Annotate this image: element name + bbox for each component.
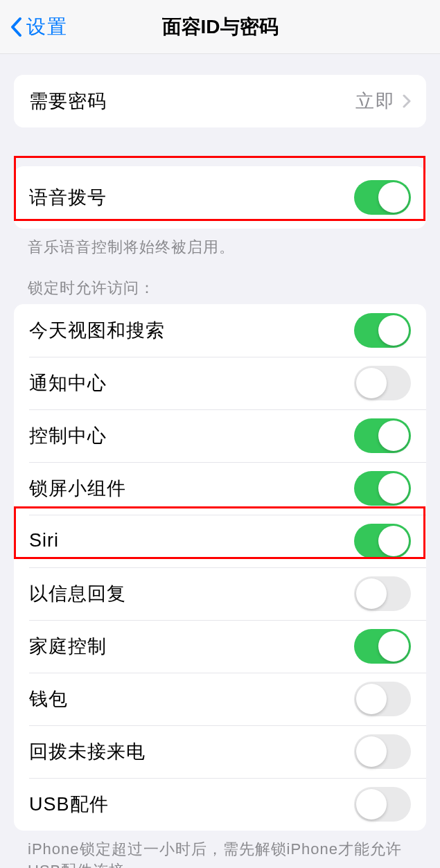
lock-access-label: 钱包 — [29, 687, 68, 711]
lock-access-row: Siri — [14, 515, 426, 567]
lock-access-row: 通知中心 — [14, 357, 426, 409]
voice-dial-row: 语音拨号 — [14, 166, 426, 229]
lock-access-footer: iPhone锁定超过一小时后，需先解锁iPhone才能允许USB配件连接。 — [0, 831, 440, 868]
lock-access-label: USB配件 — [29, 792, 109, 817]
toggle-knob — [378, 631, 409, 662]
toggle-knob — [356, 578, 387, 609]
lock-access-label: 通知中心 — [29, 371, 107, 396]
lock-access-toggle[interactable] — [354, 629, 411, 664]
lock-access-row: 今天视图和搜索 — [14, 304, 426, 357]
toggle-knob — [378, 315, 409, 346]
chevron-right-icon — [403, 94, 411, 108]
voice-dial-footer: 音乐语音控制将始终被启用。 — [0, 229, 440, 258]
lock-access-row: USB配件 — [14, 778, 426, 831]
back-chevron-icon — [10, 17, 22, 37]
lock-access-label: 锁屏小组件 — [29, 476, 126, 501]
toggle-knob — [378, 420, 409, 451]
toggle-knob — [356, 736, 387, 767]
passcode-group: 需要密码 立即 — [14, 75, 426, 127]
require-passcode-row[interactable]: 需要密码 立即 — [14, 75, 426, 127]
require-passcode-value: 立即 — [355, 89, 396, 114]
voice-dial-toggle[interactable] — [354, 180, 411, 215]
lock-access-label: 以信息回复 — [29, 581, 126, 606]
content: 需要密码 立即 语音拨号 音乐语音控制将始终被启用。 锁定时允许访问： 今天视图… — [0, 75, 440, 868]
voice-dial-label: 语音拨号 — [29, 185, 107, 210]
lock-access-row: 家庭控制 — [14, 620, 426, 673]
lock-access-toggle[interactable] — [354, 576, 411, 611]
lock-access-row: 钱包 — [14, 673, 426, 725]
lock-access-toggle[interactable] — [354, 471, 411, 506]
toggle-knob — [356, 789, 387, 820]
back-button[interactable]: 设置 — [0, 14, 68, 40]
lock-access-toggle[interactable] — [354, 313, 411, 348]
lock-access-toggle[interactable] — [354, 366, 411, 400]
lock-access-group: 今天视图和搜索通知中心控制中心锁屏小组件Siri以信息回复家庭控制钱包回拨未接来… — [14, 304, 426, 831]
row-right: 立即 — [355, 89, 411, 114]
lock-access-toggle[interactable] — [354, 682, 411, 716]
lock-access-toggle[interactable] — [354, 418, 411, 453]
toggle-knob — [356, 368, 387, 398]
lock-access-label: 回拨未接来电 — [29, 739, 146, 764]
lock-access-label: Siri — [29, 530, 59, 551]
voice-dial-group: 语音拨号 — [14, 166, 426, 229]
toggle-knob — [378, 473, 409, 504]
toggle-knob — [356, 684, 387, 714]
toggle-knob — [378, 526, 409, 556]
lock-access-row: 锁屏小组件 — [14, 462, 426, 515]
lock-access-row: 回拨未接来电 — [14, 725, 426, 778]
require-passcode-label: 需要密码 — [29, 89, 107, 114]
lock-access-toggle[interactable] — [354, 787, 411, 822]
lock-access-toggle[interactable] — [354, 734, 411, 769]
back-label: 设置 — [26, 14, 68, 40]
lock-access-label: 控制中心 — [29, 423, 107, 448]
toggle-knob — [378, 182, 409, 213]
lock-access-toggle[interactable] — [354, 524, 411, 558]
lock-access-label: 家庭控制 — [29, 634, 107, 659]
lock-access-row: 控制中心 — [14, 409, 426, 462]
lock-access-row: 以信息回复 — [14, 567, 426, 620]
lock-access-label: 今天视图和搜索 — [29, 318, 165, 343]
lock-access-header: 锁定时允许访问： — [0, 258, 440, 304]
nav-bar: 设置 面容ID与密码 — [0, 0, 440, 54]
